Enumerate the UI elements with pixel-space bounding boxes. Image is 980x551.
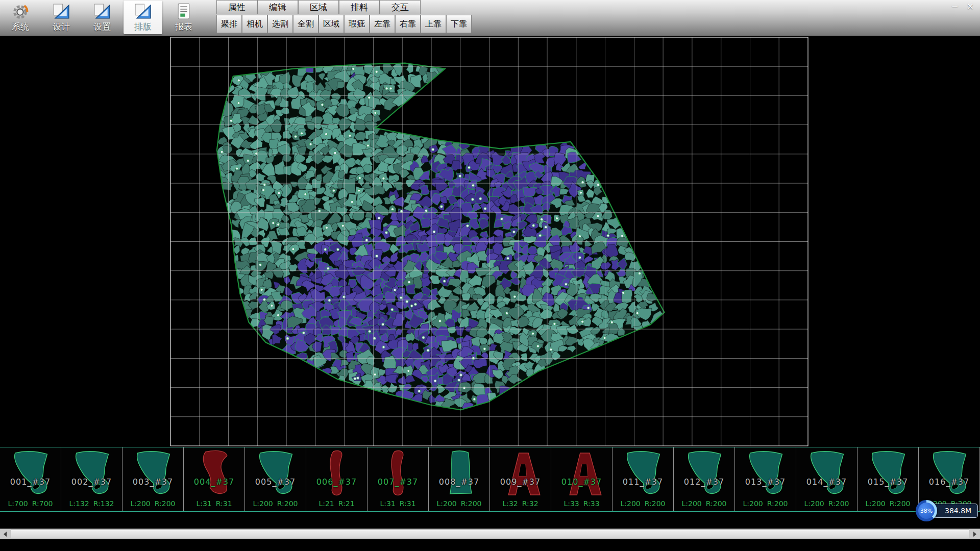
- toolbar: 系统设计设置排版报表 属性编辑区域排料交互 聚排相机选割全割区域瑕疵左靠右靠上靠…: [0, 0, 980, 36]
- piece-shape: [3, 448, 58, 499]
- piece-thumbnail-005_#37[interactable]: 005_#37L:200R:200: [245, 447, 306, 511]
- menu-item-nesting[interactable]: 排料: [339, 0, 380, 14]
- nav-item-layout[interactable]: 排版: [124, 1, 162, 34]
- piece-thumbnail-012_#37[interactable]: 012_#37L:200R:200: [674, 447, 735, 511]
- menu-item-region[interactable]: 区域: [298, 0, 339, 14]
- piece-name: 013_#37: [735, 477, 796, 487]
- action-button-select-cut[interactable]: 选割: [267, 15, 293, 33]
- piece-shape: [493, 448, 548, 499]
- piece-lr-count: L:200R:200: [122, 499, 183, 508]
- action-button-cut-all[interactable]: 全割: [293, 15, 318, 33]
- close-button[interactable]: ×: [967, 1, 974, 11]
- piece-name: 011_#37: [612, 477, 673, 487]
- piece-shape: [554, 448, 609, 499]
- action-button-align-left[interactable]: 左靠: [370, 15, 395, 33]
- nav-item-system[interactable]: 系统: [1, 1, 40, 34]
- piece-name: 001_#37: [0, 477, 61, 487]
- piece-lr-count: L:200R:200: [674, 499, 734, 508]
- piece-lr-count: L:132R:132: [61, 499, 122, 508]
- piece-shape: [432, 448, 487, 499]
- nav-item-settings[interactable]: 设置: [83, 1, 121, 34]
- main-nav: 系统设计设置排版报表: [1, 1, 203, 34]
- gear-icon: [11, 2, 30, 21]
- piece-name: 003_#37: [122, 477, 183, 487]
- minimize-button[interactable]: ─: [952, 1, 958, 11]
- piece-thumbnail-007_#37[interactable]: 007_#37L:31R:31: [368, 447, 429, 511]
- piece-name: 004_#37: [184, 477, 244, 487]
- piece-name: 015_#37: [857, 477, 918, 487]
- scroll-right-arrow[interactable]: [970, 529, 980, 539]
- action-button-cluster-nest[interactable]: 聚排: [216, 15, 242, 33]
- piece-name: 010_#37: [551, 477, 612, 487]
- piece-name: 009_#37: [490, 477, 551, 487]
- piece-shape: [677, 448, 732, 499]
- action-button-area[interactable]: 区域: [318, 15, 344, 33]
- action-button-defect[interactable]: 瑕疵: [344, 15, 370, 33]
- action-bar: 聚排相机选割全割区域瑕疵左靠右靠上靠下靠: [216, 15, 472, 33]
- piece-shape: [187, 448, 242, 499]
- piece-name: 016_#37: [919, 477, 979, 487]
- piece-thumbnail-011_#37[interactable]: 011_#37L:200R:200: [612, 447, 674, 511]
- piece-lr-count: L:31R:31: [368, 499, 428, 508]
- app-window: 系统设计设置排版报表 属性编辑区域排料交互 聚排相机选割全割区域瑕疵左靠右靠上靠…: [0, 0, 980, 551]
- piece-shape: [616, 448, 671, 499]
- piece-thumbnail-006_#37[interactable]: 006_#37L:21R:21: [306, 447, 368, 511]
- piece-thumbnail-008_#37[interactable]: 008_#37L:200R:200: [429, 447, 490, 511]
- menu-item-interact[interactable]: 交互: [380, 0, 421, 14]
- window-controls: ─ ×: [952, 1, 974, 11]
- piece-shape: [248, 448, 303, 499]
- piece-lr-count: L:200R:200: [245, 499, 306, 508]
- piece-shape: [861, 448, 916, 499]
- nesting-canvas[interactable]: [0, 36, 980, 447]
- action-button-align-bottom[interactable]: 下靠: [446, 15, 472, 33]
- report-icon: [175, 2, 193, 21]
- piece-thumbnail-003_#37[interactable]: 003_#37L:200R:200: [122, 447, 184, 511]
- piece-thumbnail-015_#37[interactable]: 015_#37L:200R:200: [857, 447, 919, 511]
- piece-lr-count: L:33R:33: [551, 499, 612, 508]
- nav-label: 系统: [12, 21, 29, 33]
- action-button-align-top[interactable]: 上靠: [421, 15, 446, 33]
- menu-bar: 属性编辑区域排料交互: [216, 0, 421, 14]
- piece-thumbnail-001_#37[interactable]: 001_#37L:700R:700: [0, 447, 61, 511]
- piece-thumbnail-004_#37[interactable]: 004_#37L:31R:31: [184, 447, 245, 511]
- piece-shape: [738, 448, 793, 499]
- piece-thumbnail-009_#37[interactable]: 009_#37L:32R:32: [490, 447, 551, 511]
- piece-lr-count: L:700R:700: [0, 499, 61, 508]
- nav-label: 设计: [53, 21, 70, 33]
- action-button-camera[interactable]: 相机: [242, 15, 267, 33]
- nested-pieces-layer: [215, 60, 666, 412]
- piece-thumbnail-002_#37[interactable]: 002_#37L:132R:132: [61, 447, 122, 511]
- piece-shape: [799, 448, 854, 499]
- piece-thumbnail-014_#37[interactable]: 014_#37L:200R:200: [796, 447, 857, 511]
- scrollbar-thumb[interactable]: [11, 530, 969, 538]
- menu-item-properties[interactable]: 属性: [216, 0, 257, 14]
- piece-name: 005_#37: [245, 477, 306, 487]
- piece-shape: [64, 448, 119, 499]
- action-button-align-right[interactable]: 右靠: [395, 15, 421, 33]
- status-overlay: 384.8M 38%: [916, 499, 980, 523]
- piece-lr-count: L:200R:200: [429, 499, 489, 508]
- piece-strip: 001_#37L:700R:700002_#37L:132R:132003_#3…: [0, 447, 980, 512]
- progress-circle: 38%: [916, 500, 937, 521]
- piece-thumbnail-013_#37[interactable]: 013_#37L:200R:200: [735, 447, 796, 511]
- nav-item-design[interactable]: 设计: [42, 1, 81, 34]
- piece-shape: [126, 448, 181, 499]
- ruler-icon: [134, 2, 153, 21]
- piece-lr-count: L:31R:31: [184, 499, 244, 508]
- horizontal-scrollbar[interactable]: [0, 529, 980, 539]
- piece-name: 014_#37: [796, 477, 857, 487]
- piece-name: 008_#37: [429, 477, 489, 487]
- piece-shape: [922, 448, 977, 499]
- piece-name: 012_#37: [674, 477, 734, 487]
- nav-label: 设置: [93, 21, 111, 33]
- piece-lr-count: L:21R:21: [306, 499, 367, 508]
- ruler-icon: [52, 2, 71, 21]
- menu-item-edit[interactable]: 编辑: [257, 0, 298, 14]
- piece-thumbnail-010_#37[interactable]: 010_#37L:33R:33: [551, 447, 612, 511]
- piece-name: 007_#37: [368, 477, 428, 487]
- progress-percent: 38%: [918, 503, 935, 519]
- piece-name: 002_#37: [61, 477, 122, 487]
- scroll-left-arrow[interactable]: [0, 529, 10, 539]
- nav-item-report[interactable]: 报表: [164, 1, 203, 34]
- piece-lr-count: L:200R:200: [796, 499, 857, 508]
